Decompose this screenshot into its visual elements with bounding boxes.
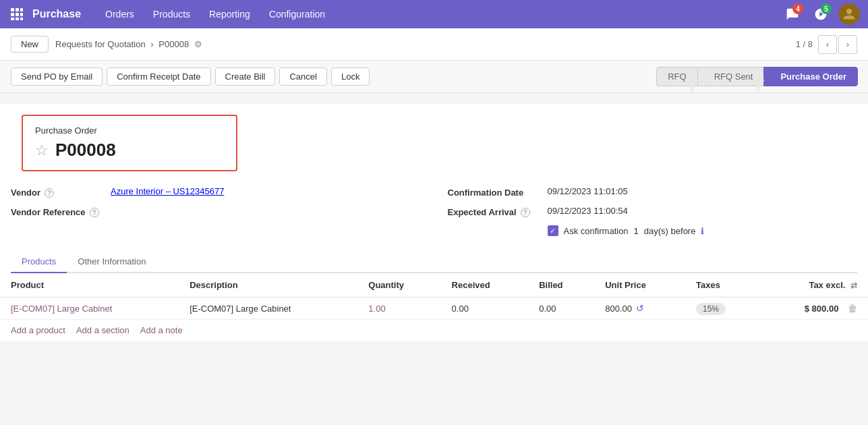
grid-menu-icon[interactable] [8,5,26,23]
svg-rect-6 [11,18,14,20]
table-header: Product Description Quantity Received Bi… [0,273,868,298]
top-navigation: Purchase Orders Products Reporting Confi… [0,0,868,28]
user-avatar[interactable] [838,3,860,25]
status-purchase-order[interactable]: Purchase Order [763,67,858,86]
ask-confirmation-label: Ask confirmation [564,226,629,236]
tax-excl-cell: $ 800.00 🗑 [760,298,868,320]
svg-rect-7 [16,18,19,20]
days-before-label: day(s) before [644,226,696,236]
cancel-button[interactable]: Cancel [279,67,326,86]
delete-row-icon[interactable]: 🗑 [848,303,857,314]
vendor-ref-help-icon: ? [90,208,99,217]
prev-button[interactable]: ‹ [818,35,837,54]
columns-settings-icon[interactable]: ⇄ [850,281,857,290]
confirmation-date-field: Confirmation Date 09/12/2023 11:01:05 [448,182,858,202]
po-title-row: ☆ P00008 [35,140,224,161]
new-button[interactable]: New [11,36,49,53]
expected-arrival-help-icon: ? [521,208,530,217]
vendor-label: Vendor ? [11,186,105,198]
ask-confirmation-field: Ask confirmation 1 day(s) before ℹ [448,221,858,240]
svg-rect-5 [20,13,23,16]
products-table: Product Description Quantity Received Bi… [0,273,868,320]
activity-count: 5 [821,3,832,14]
confirm-receipt-button[interactable]: Confirm Receipt Date [107,67,210,86]
breadcrumb-parent[interactable]: Requests for Quotation [55,39,146,49]
nav-arrows: ‹ › [818,35,857,54]
lock-button[interactable]: Lock [331,67,370,86]
table-row: [E-COM07] Large Cabinet [E-COM07] Large … [0,298,868,320]
breadcrumb-left: New Requests for Quotation › P00008 ⚙ [11,36,202,53]
svg-rect-2 [20,8,23,11]
messages-count: 4 [792,3,803,14]
col-unit-price: Unit Price [594,273,685,298]
quantity-cell[interactable]: 1.00 [357,298,440,320]
ask-confirmation-row: Ask confirmation 1 day(s) before ℹ [548,225,705,236]
expected-arrival-field: Expected Arrival ? 09/12/2023 11:00:54 [448,202,858,221]
add-product-link[interactable]: Add a product [11,325,65,335]
action-bar: Send PO by Email Confirm Receipt Date Cr… [0,61,868,93]
vendor-field: Vendor ? Azure Interior – US12345677 [11,182,421,202]
expected-arrival-value: 09/12/2023 11:00:54 [548,206,858,216]
activity-badge[interactable]: 5 [810,3,832,25]
nav-orders[interactable]: Orders [97,5,142,24]
breadcrumb-current: P00008 [158,39,189,49]
tab-products[interactable]: Products [11,251,67,273]
col-quantity: Quantity [357,273,440,298]
svg-rect-4 [16,13,19,16]
reset-price-icon[interactable]: ↺ [636,303,644,314]
product-cell[interactable]: [E-COM07] Large Cabinet [0,298,179,320]
tabs-bar: Products Other Information [11,251,857,273]
vendor-help-icon: ? [45,188,54,198]
col-received: Received [441,273,529,298]
svg-rect-1 [16,8,19,11]
nav-reporting[interactable]: Reporting [201,5,258,24]
ask-confirmation-days[interactable]: 1 [634,226,639,236]
app-brand[interactable]: Purchase [32,8,81,20]
messages-badge[interactable]: 4 [782,3,803,25]
right-form-col: Confirmation Date 09/12/2023 11:01:05 Ex… [448,182,858,240]
vendor-ref-label: Vendor Reference ? [11,206,105,217]
add-note-link[interactable]: Add a note [140,325,183,335]
nav-configuration[interactable]: Configuration [261,5,333,24]
main-content: Purchase Order ☆ P00008 Vendor ? Azure I… [0,104,868,341]
po-header-box: Purchase Order ☆ P00008 [22,115,237,171]
breadcrumb-right: 1 / 8 ‹ › [796,35,857,54]
po-number: P00008 [55,140,116,161]
add-section-link[interactable]: Add a section [76,325,129,335]
tab-other-information[interactable]: Other Information [67,251,156,273]
description-cell[interactable]: [E-COM07] Large Cabinet [179,298,357,320]
left-form-col: Vendor ? Azure Interior – US12345677 Ven… [11,182,421,240]
vendor-value[interactable]: Azure Interior – US12345677 [111,186,421,196]
confirmation-date-value: 09/12/2023 11:01:05 [548,186,858,196]
status-trail: RFQ RFQ Sent Purchase Order [656,67,857,86]
received-cell: 0.00 [441,298,529,320]
settings-gear-icon[interactable]: ⚙ [194,39,202,49]
svg-rect-3 [11,13,14,16]
svg-rect-8 [20,18,23,20]
add-links: Add a product Add a section Add a note [0,320,868,341]
breadcrumb: Requests for Quotation › P00008 ⚙ [55,39,202,49]
create-bill-button[interactable]: Create Bill [215,67,276,86]
favorite-star-icon[interactable]: ☆ [35,142,49,159]
unit-price-cell: 800.00 ↺ [594,298,685,320]
col-taxes: Taxes [685,273,760,298]
vendor-ref-field: Vendor Reference ? [11,202,421,221]
nav-products[interactable]: Products [145,5,198,24]
topnav-right-icons: 4 5 [782,3,860,25]
taxes-cell[interactable]: 15% [685,298,760,320]
status-rfq-sent[interactable]: RFQ Sent [697,67,765,86]
next-button[interactable]: › [838,35,857,54]
ask-confirmation-spacer [448,225,542,227]
po-title-label: Purchase Order [35,125,224,136]
table-body: [E-COM07] Large Cabinet [E-COM07] Large … [0,298,868,320]
nav-menu: Orders Products Reporting Configuration [97,5,782,24]
breadcrumb-separator: › [150,39,153,49]
col-tax-excl: Tax excl. ⇄ [760,273,868,298]
col-description: Description [179,273,357,298]
svg-rect-0 [11,8,14,11]
col-billed: Billed [528,273,594,298]
col-product: Product [0,273,179,298]
ask-confirmation-checkbox[interactable] [548,225,558,236]
send-po-button[interactable]: Send PO by Email [11,67,103,86]
expected-arrival-label: Expected Arrival ? [448,206,542,217]
